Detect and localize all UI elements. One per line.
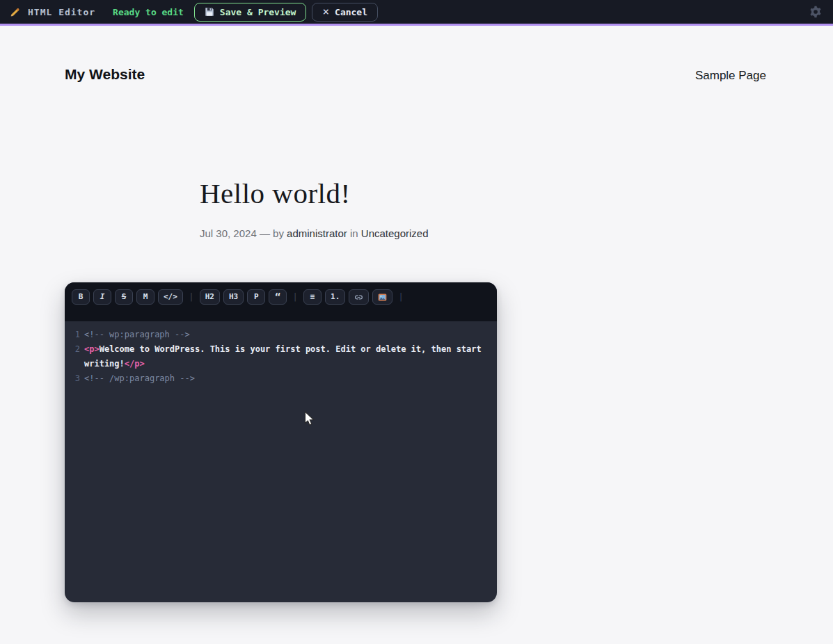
code-button[interactable]: </> (158, 289, 183, 305)
image-icon (378, 293, 387, 302)
toolbar-separator: | (290, 289, 300, 305)
code-segment-tag: </p> (125, 359, 145, 369)
line-number: 1 (70, 328, 80, 342)
code-segment-tag: <p> (84, 344, 100, 354)
unordered-list-button[interactable]: ≡ (303, 289, 322, 305)
nav-link-sample-page[interactable]: Sample Page (695, 69, 766, 83)
meta-by-label: by (273, 227, 284, 239)
italic-button[interactable]: I (93, 289, 111, 305)
app-title: HTML Editor (28, 7, 95, 17)
code-area[interactable]: 1<!-- wp:paragraph -->2<p>Welcome to Wor… (65, 321, 497, 386)
toolbar-separator: | (187, 289, 196, 305)
meta-in-label: in (350, 227, 358, 239)
ordered-list-button[interactable]: 1. (325, 289, 345, 305)
status-text: Ready to edit (113, 7, 184, 17)
code-line-text: <!-- wp:paragraph --> (84, 328, 497, 342)
post-date: Jul 30, 2024 (200, 227, 257, 239)
code-line-text: <!-- /wp:paragraph --> (84, 371, 497, 386)
image-button[interactable] (372, 289, 392, 305)
code-line-text: <p>Welcome to WordPress. This is your fi… (84, 342, 497, 371)
post-category-link[interactable]: Uncategorized (361, 227, 429, 239)
cancel-label: Cancel (335, 7, 367, 17)
strikethrough-button[interactable]: S (115, 289, 133, 305)
post-title: Hello world! (200, 177, 351, 210)
line-number: 2 (70, 342, 80, 371)
monospace-button[interactable]: M (136, 289, 154, 305)
gear-icon[interactable] (809, 5, 823, 19)
toolbar-separator: | (396, 289, 406, 305)
code-line: 1<!-- wp:paragraph --> (70, 328, 497, 342)
code-line: 2<p>Welcome to WordPress. This is your f… (70, 342, 497, 371)
floppy-disk-icon (205, 7, 214, 17)
link-icon (354, 293, 363, 302)
code-segment-comment: <!-- /wp:paragraph --> (84, 373, 195, 383)
bold-button[interactable]: B (72, 289, 90, 305)
editor-topbar: HTML Editor Ready to edit Save & Preview… (0, 0, 833, 26)
save-preview-button[interactable]: Save & Preview (194, 3, 307, 22)
post-meta: Jul 30, 2024 — by administrator in Uncat… (200, 227, 429, 239)
save-preview-label: Save & Preview (220, 7, 296, 17)
cancel-button[interactable]: × Cancel (312, 3, 378, 22)
pencil-icon (9, 6, 21, 18)
post-author-link[interactable]: administrator (287, 227, 347, 239)
site-title-link[interactable]: My Website (65, 66, 145, 83)
meta-dash: — (260, 227, 270, 239)
paragraph-button[interactable]: P (247, 289, 265, 305)
heading2-button[interactable]: H2 (200, 289, 220, 305)
link-button[interactable] (349, 289, 369, 305)
html-editor-panel: BISM</>|H2H3P“|≡1. | 1<!-- wp:paragraph … (65, 282, 497, 602)
code-segment-comment: <!-- wp:paragraph --> (84, 330, 190, 339)
line-number: 3 (70, 371, 80, 386)
blockquote-button[interactable]: “ (269, 289, 287, 305)
editor-toolbar: BISM</>|H2H3P“|≡1. | (65, 282, 497, 321)
heading3-button[interactable]: H3 (223, 289, 244, 305)
close-icon: × (322, 6, 329, 17)
code-line: 3<!-- /wp:paragraph --> (70, 371, 497, 386)
